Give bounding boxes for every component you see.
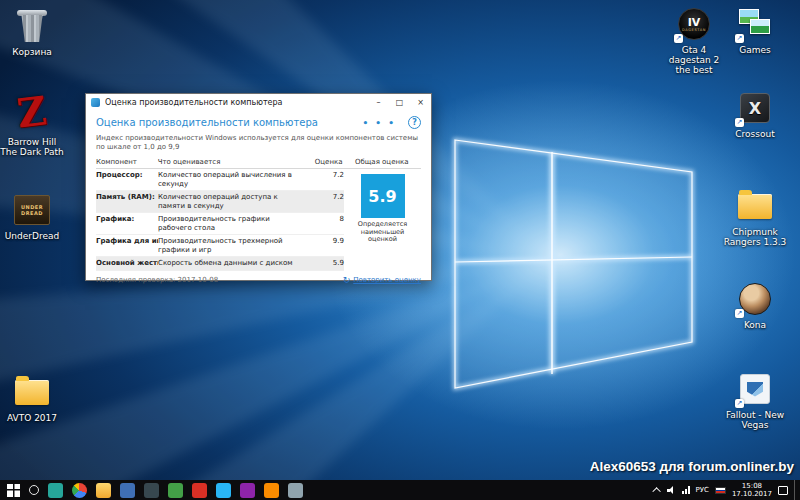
language-indicator[interactable]: РУС [696, 486, 709, 494]
games-pictures-icon [736, 6, 774, 42]
menu-dots-icon[interactable]: • • • [362, 118, 396, 128]
window-app-icon [91, 98, 100, 107]
page-title: Оценка производительности компьютера [96, 117, 362, 128]
kona-avatar-icon [736, 281, 774, 317]
index-description: Индекс производительности Windows исполь… [96, 134, 418, 152]
col-score: Оценка [307, 158, 343, 166]
crossout-icon: X [736, 90, 774, 126]
taskbar-app-icon[interactable] [216, 483, 231, 498]
tray-expand-icon[interactable] [652, 487, 660, 495]
component-description: Количество операций доступа к памяти в с… [158, 193, 308, 210]
icon-label: Chipmunk Rangers 1.3.3 [721, 227, 789, 247]
keyboard-flag-icon[interactable] [715, 487, 726, 494]
desktop-icon-underdread[interactable]: UNDER DREAD UnderDread [0, 192, 64, 241]
folder-icon [736, 188, 774, 224]
overall-score-panel: 5.9 Определяется наименьшей оценкой [344, 169, 421, 271]
system-tray: РУС 15:08 17.10.2017 [655, 480, 800, 500]
overall-score-note: Определяется наименьшей оценкой [354, 221, 412, 244]
help-icon[interactable]: ? [408, 116, 421, 129]
component-score: 7.2 [308, 193, 344, 201]
action-center-icon[interactable] [778, 486, 788, 495]
last-check-label: Последняя проверка: 2017-10-08 [96, 276, 218, 284]
window-title: Оценка производительности компьютера [105, 98, 368, 107]
window-body: Оценка производительности компьютера • •… [86, 110, 431, 285]
underdread-cover: UNDER DREAD [14, 195, 50, 225]
fallout-icon [736, 371, 774, 407]
show-desktop-button[interactable] [794, 480, 798, 500]
desktop-icon-barrow-hill[interactable]: Z Barrow Hill The Dark Path [0, 90, 64, 157]
taskbar-app-icon[interactable] [240, 483, 255, 498]
red-z-glyph: Z [15, 89, 49, 134]
component-name: Основной жесткий диск [96, 259, 158, 267]
table-header: Компонент Что оценивается Оценка Общая о… [96, 158, 421, 169]
overall-score-value: 5.9 [361, 174, 405, 218]
col-what-is-rated: Что оценивается [158, 158, 307, 166]
tray-time: 15:08 [742, 482, 762, 490]
taskbar-app-icon[interactable] [288, 483, 303, 498]
taskbar-app-icon[interactable] [192, 483, 207, 498]
component-description: Производительность графики рабочего стол… [158, 215, 308, 232]
search-icon[interactable] [29, 485, 39, 495]
start-button[interactable] [7, 484, 20, 497]
window-titlebar[interactable]: Оценка производительности компьютера – □… [86, 94, 431, 110]
minimize-button[interactable]: – [368, 94, 389, 110]
desktop-icon-crossout[interactable]: X Crossout [723, 90, 787, 139]
component-name: Память (RAM): [96, 193, 158, 201]
gta-dagestan-icon: IV DAGESTAN [675, 6, 713, 42]
col-overall-score: Общая оценка [342, 158, 421, 166]
icon-label: Crossout [735, 129, 774, 139]
component-name: Процессор: [96, 171, 158, 179]
component-description: Количество операций вычисления в секунду [158, 171, 308, 188]
icon-label: Barrow Hill The Dark Path [0, 137, 64, 157]
component-score: 9.9 [308, 237, 344, 245]
watermark-text: Alex60653 для forum.onliner.by [590, 459, 794, 474]
component-score: 5.9 [308, 259, 344, 267]
maximize-button[interactable]: □ [389, 94, 410, 110]
component-description: Скорость обмена данными с диском [158, 259, 308, 268]
rerun-assessment-link[interactable]: ↻ Повторить оценку [343, 276, 421, 285]
table-row-cpu: Процессор: Количество операций вычислени… [96, 169, 344, 191]
table-row-graphics: Графика: Производительность графики рабо… [96, 213, 344, 235]
desktop-icon-games[interactable]: Games [723, 6, 787, 55]
crossout-x-glyph: X [740, 93, 770, 123]
clock[interactable]: 15:08 17.10.2017 [732, 482, 772, 498]
icon-label: UnderDread [5, 231, 59, 241]
underdread-icon: UNDER DREAD [13, 192, 51, 228]
component-name: Графика для игр: [96, 237, 158, 245]
icon-label: Gta 4 dagestan 2 the best [663, 45, 725, 75]
desktop-icon-avto-2017[interactable]: AVTO 2017 [0, 374, 64, 423]
dagestan-sub-text: DAGESTAN [682, 28, 706, 32]
desktop-icon-chipmunk-rangers[interactable]: Chipmunk Rangers 1.3.3 [721, 188, 789, 247]
icon-label: AVTO 2017 [7, 413, 57, 423]
recycle-bin-icon [13, 8, 51, 44]
taskbar-app-icon[interactable] [96, 483, 111, 498]
barrow-hill-icon: Z [13, 90, 51, 134]
rerun-assessment-label: Повторить оценку [353, 276, 421, 284]
icon-label: Корзина [12, 47, 52, 57]
taskbar-app-icon[interactable] [72, 483, 87, 498]
volume-icon[interactable] [667, 486, 676, 495]
table-row-primary-disk: Основной жесткий диск Скорость обмена да… [96, 257, 344, 271]
desktop-icon-fallout-new-vegas[interactable]: Fallout - New Vegas [721, 371, 789, 430]
folder-icon [13, 374, 51, 410]
tray-date: 17.10.2017 [732, 490, 772, 498]
table-row-ram: Память (RAM): Количество операций доступ… [96, 191, 344, 213]
icon-label: Games [739, 45, 770, 55]
component-score: 7.2 [308, 171, 344, 179]
network-icon[interactable] [682, 486, 690, 494]
refresh-icon: ↻ [343, 276, 351, 285]
taskbar-app-icon[interactable] [144, 483, 159, 498]
taskbar: РУС 15:08 17.10.2017 [0, 480, 800, 500]
component-name: Графика: [96, 215, 158, 223]
performance-rating-window: Оценка производительности компьютера – □… [85, 93, 432, 281]
desktop-icon-kona[interactable]: Kona [723, 281, 787, 330]
taskbar-app-icon[interactable] [120, 483, 135, 498]
taskbar-apps [0, 483, 303, 498]
taskbar-app-icon[interactable] [264, 483, 279, 498]
desktop-icon-recycle-bin[interactable]: Корзина [0, 8, 64, 57]
close-button[interactable]: × [410, 94, 431, 110]
taskbar-app-icon[interactable] [48, 483, 63, 498]
taskbar-app-icon[interactable] [168, 483, 183, 498]
desktop-icon-gta-dagestan[interactable]: IV DAGESTAN Gta 4 dagestan 2 the best [663, 6, 725, 75]
component-score: 8 [308, 215, 344, 223]
